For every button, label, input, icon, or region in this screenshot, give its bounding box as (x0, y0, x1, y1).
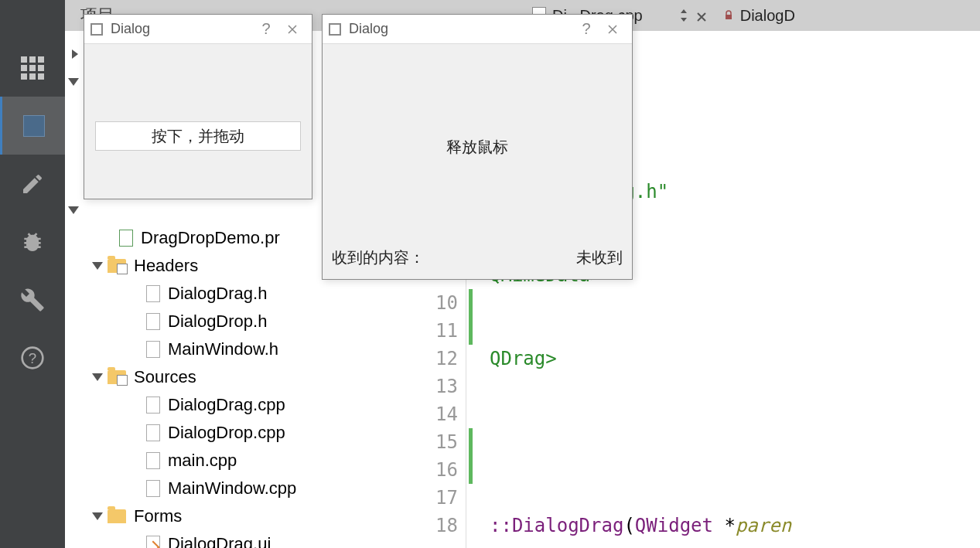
grid-icon (21, 56, 44, 80)
svg-rect-2 (726, 15, 732, 19)
tree-file[interactable]: DialogDrag.ui (65, 530, 408, 548)
svg-text:?: ? (29, 349, 36, 366)
folder-icon (108, 370, 126, 384)
tree-file[interactable]: DialogDrop.h (65, 308, 408, 335)
cpp-file-icon (146, 452, 160, 469)
change-marker (469, 428, 473, 484)
chevron-down-icon (68, 78, 79, 86)
dialog-title: Dialog (111, 21, 150, 37)
chevron-down-icon (92, 373, 103, 381)
chevron-right-icon (68, 47, 82, 61)
header-file-icon (146, 341, 160, 358)
ui-file-icon (146, 536, 160, 548)
tree-file[interactable]: DialogDrag.h (65, 280, 408, 308)
forms-folder[interactable]: Forms (65, 502, 408, 530)
file-label: DialogDrop.cpp (168, 423, 285, 443)
tree-file[interactable]: DialogDrag.cpp (65, 391, 408, 419)
help-button[interactable]: ? (573, 18, 599, 41)
sources-folder[interactable]: Sources (65, 363, 408, 391)
welcome-mode-button[interactable] (0, 39, 65, 97)
project-file-icon (119, 230, 133, 247)
window-icon (329, 23, 341, 36)
cpp-file-icon (146, 424, 160, 441)
close-icon[interactable] (695, 9, 708, 22)
folder-label: Sources (134, 367, 196, 387)
dialog-titlebar[interactable]: Dialog ? (84, 15, 312, 44)
header-file-icon (146, 313, 160, 330)
file-label: MainWindow.cpp (168, 478, 296, 499)
tree-file[interactable]: DialogDrop.cpp (65, 419, 408, 447)
cpp-file-icon (146, 397, 160, 414)
mode-sidebar: ? (0, 0, 65, 548)
lock-icon (723, 10, 734, 21)
design-mode-button[interactable] (0, 155, 65, 213)
edit-mode-button[interactable] (0, 97, 65, 155)
file-label: DialogDrag.ui (168, 534, 271, 548)
help-mode-button[interactable]: ? (0, 328, 65, 386)
chevron-down-icon (92, 262, 103, 270)
close-button[interactable] (599, 18, 626, 41)
help-icon: ? (20, 345, 45, 370)
tree-file[interactable]: MainWindow.h (65, 335, 408, 363)
tree-file[interactable]: MainWindow.cpp (65, 475, 408, 502)
file-label: DialogDrop.h (168, 311, 267, 332)
editor-tab-secondary[interactable]: DialogD (715, 0, 803, 31)
drop-target-dialog: Dialog ? 释放鼠标 收到的内容： 未收到 (322, 14, 633, 280)
file-label: main.cpp (168, 451, 237, 471)
projects-mode-button[interactable] (0, 271, 65, 328)
bug-icon (20, 230, 45, 254)
pencil-icon (20, 172, 45, 196)
help-button[interactable]: ? (253, 18, 279, 41)
document-icon (23, 115, 45, 137)
debug-mode-button[interactable] (0, 213, 65, 271)
file-label: DragDropDemo.pr (141, 228, 280, 248)
dialog-title: Dialog (349, 21, 388, 37)
dialog-titlebar[interactable]: Dialog ? (323, 15, 632, 44)
folder-icon (108, 259, 126, 273)
received-label: 收到的内容： (332, 247, 425, 268)
tree-file[interactable]: main.cpp (65, 447, 408, 475)
header-file-icon (146, 285, 160, 302)
wrench-icon (20, 288, 45, 312)
folder-label: Forms (134, 506, 182, 526)
drag-handle-button[interactable]: 按下，并拖动 (95, 121, 301, 151)
change-marker (469, 289, 473, 345)
split-updown-icon[interactable] (678, 9, 689, 22)
received-value: 未收到 (576, 247, 623, 268)
drag-source-dialog: Dialog ? 按下，并拖动 (84, 14, 312, 199)
window-icon (90, 23, 103, 36)
tab-label: DialogD (740, 7, 795, 25)
file-label: DialogDrag.cpp (168, 395, 285, 415)
cpp-file-icon (146, 480, 160, 497)
file-label: DialogDrag.h (168, 284, 267, 304)
folder-label: Headers (134, 256, 198, 276)
chevron-down-icon (92, 512, 103, 520)
file-label: MainWindow.h (168, 339, 278, 359)
drop-hint-label: 释放鼠标 (323, 137, 632, 158)
close-button[interactable] (279, 18, 306, 41)
folder-icon (108, 509, 126, 523)
chevron-down-icon (68, 206, 79, 214)
